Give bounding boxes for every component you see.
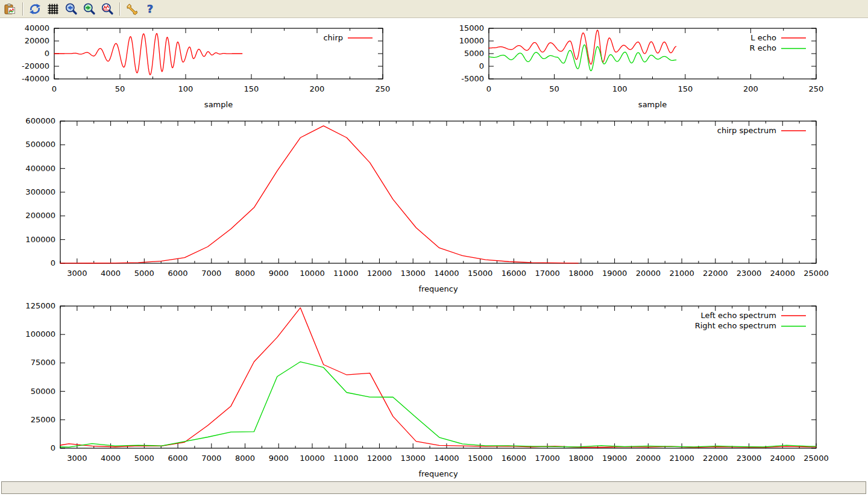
x-axis-title: frequency: [418, 284, 458, 293]
x-tick-label: 200: [743, 84, 758, 93]
x-tick-label: 16000: [502, 269, 526, 278]
x-axis-title: sample: [638, 100, 667, 109]
x-tick-label: 15000: [468, 269, 492, 278]
x-tick-label: 200: [310, 84, 325, 93]
y-tick-label: 75000: [31, 358, 55, 367]
x-tick-label: 250: [809, 84, 824, 93]
x-tick-label: 100: [612, 84, 627, 93]
y-tick-label: -5000: [461, 74, 484, 83]
x-tick-label: 15000: [468, 454, 492, 463]
x-tick-label: 9000: [269, 454, 289, 463]
x-tick-label: 18000: [568, 454, 593, 463]
status-bar: [1, 481, 866, 494]
x-tick-label: 16000: [502, 454, 526, 463]
x-tick-label: 10000: [300, 269, 324, 278]
y-tick-label: 25000: [31, 415, 55, 424]
x-tick-label: 50: [549, 84, 559, 93]
y-tick-label: -40000: [22, 74, 49, 83]
series-chirp-spectrum: [60, 126, 578, 263]
x-tick-label: 18000: [568, 269, 593, 278]
configure-button[interactable]: [124, 1, 140, 17]
wrench-icon: [125, 2, 139, 16]
x-tick-label: 22000: [703, 269, 728, 278]
y-tick-label: 125000: [25, 301, 55, 310]
grid-icon: [46, 2, 60, 16]
x-tick-label: 11000: [333, 454, 358, 463]
x-tick-label: 14000: [434, 454, 459, 463]
y-tick-label: 15000: [459, 23, 484, 33]
y-tick-label: 50000: [31, 387, 55, 396]
help-button[interactable]: ?: [142, 1, 159, 17]
zoom-next-icon: [83, 2, 96, 16]
y-tick-label: -20000: [22, 61, 49, 70]
x-tick-label: 4000: [101, 269, 121, 278]
question-mark-icon: ?: [143, 2, 157, 16]
x-tick-label: 17000: [535, 454, 559, 463]
clipboard-plot-icon: [4, 2, 17, 16]
x-tick-label: 22000: [703, 454, 728, 463]
x-tick-label: 13000: [401, 269, 426, 278]
x-tick-label: 25000: [804, 269, 828, 278]
y-tick-label: 10000: [459, 36, 484, 45]
x-tick-label: 7000: [201, 269, 221, 278]
legend-label: chirp: [323, 33, 343, 42]
y-tick-label: 100000: [25, 330, 55, 339]
y-tick-label: 600000: [25, 116, 55, 125]
question-glyph: ?: [147, 2, 153, 15]
y-tick-label: 300000: [25, 187, 55, 196]
zoom-previous-button[interactable]: [63, 1, 80, 17]
x-tick-label: 13000: [401, 454, 426, 463]
y-tick-label: 100000: [25, 235, 55, 244]
x-tick-label: 23000: [737, 454, 761, 463]
plot-echo-waveforms: 050100150200250-5000050001000015000sampl…: [459, 23, 824, 109]
y-tick-label: 20000: [25, 36, 49, 45]
copy-to-clipboard-button[interactable]: [2, 1, 19, 17]
x-tick-label: 12000: [367, 454, 392, 463]
x-tick-label: 4000: [101, 454, 121, 463]
x-tick-label: 19000: [602, 454, 627, 463]
legend-label: Left echo spectrum: [700, 311, 776, 320]
x-tick-label: 50: [115, 84, 125, 93]
refresh-icon: [28, 2, 42, 16]
toolbar-separator: [119, 2, 120, 16]
y-tick-label: 5000: [464, 49, 484, 58]
x-tick-label: 11000: [333, 269, 358, 278]
y-tick-label: 40000: [25, 23, 49, 33]
x-tick-label: 14000: [434, 269, 459, 278]
autoscale-button[interactable]: [99, 1, 116, 17]
toolbar: ?: [0, 0, 868, 18]
x-axis-title: frequency: [418, 469, 458, 478]
series-r-echo: [489, 45, 676, 70]
x-tick-label: 20000: [636, 269, 661, 278]
plot-echo-spectra: 3000400050006000700080009000100001100012…: [25, 301, 828, 478]
legend-label: chirp spectrum: [717, 126, 776, 135]
toolbar-separator: [22, 2, 23, 16]
x-tick-label: 9000: [269, 269, 289, 278]
plot-chirp-spectrum: 3000400050006000700080009000100001100012…: [25, 116, 828, 293]
replot-button[interactable]: [27, 1, 43, 17]
x-tick-label: 12000: [367, 269, 392, 278]
legend-label: Right echo spectrum: [695, 321, 776, 330]
x-tick-label: 0: [52, 84, 57, 93]
x-tick-label: 0: [486, 84, 491, 93]
x-tick-label: 20000: [636, 454, 661, 463]
x-tick-label: 6000: [168, 454, 188, 463]
x-tick-label: 3000: [67, 454, 87, 463]
x-tick-label: 7000: [201, 454, 221, 463]
legend-label: R echo: [749, 43, 776, 52]
x-tick-label: 5000: [134, 269, 154, 278]
toggle-grid-button[interactable]: [45, 1, 61, 17]
x-tick-label: 23000: [737, 269, 761, 278]
y-tick-label: 500000: [25, 140, 55, 149]
plot-canvas[interactable]: 050100150200250-40000-2000002000040000sa…: [0, 18, 868, 480]
zoom-next-button[interactable]: [81, 1, 98, 17]
zoom-previous-icon: [64, 2, 78, 16]
y-tick-label: 0: [479, 61, 484, 70]
x-tick-label: 10000: [300, 454, 324, 463]
x-tick-label: 6000: [168, 269, 188, 278]
plot-border-chirp-spectrum[interactable]: [60, 121, 816, 263]
x-tick-label: 8000: [235, 454, 255, 463]
x-tick-label: 150: [678, 84, 693, 93]
x-tick-label: 19000: [602, 269, 627, 278]
legend-label: L echo: [750, 33, 776, 42]
